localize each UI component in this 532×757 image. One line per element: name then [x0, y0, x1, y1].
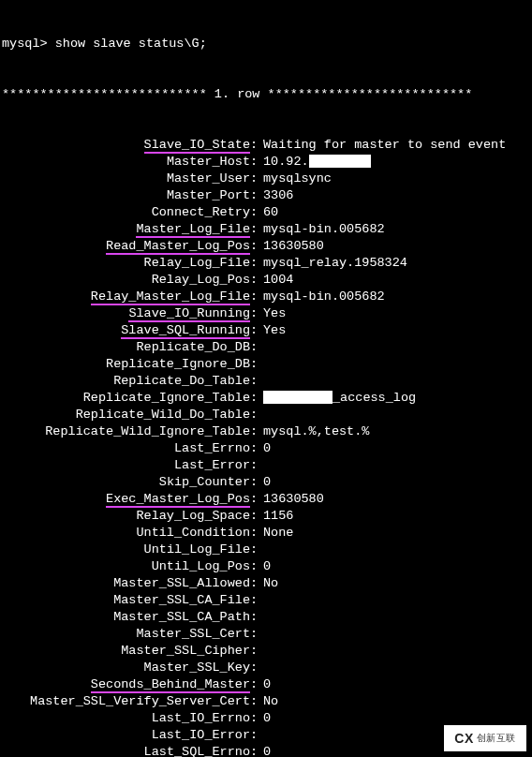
status-value: None: [259, 525, 293, 542]
status-label: Seconds_Behind_Master: [2, 676, 250, 693]
status-label: Relay_Log_File: [2, 255, 250, 272]
prompt-line: mysql> show slave status\G;: [2, 36, 530, 52]
status-value: [259, 457, 263, 474]
redacted-block: [309, 155, 371, 168]
status-label: Replicate_Ignore_Table: [2, 390, 250, 407]
status-value: 0: [259, 558, 271, 575]
status-label: Until_Log_Pos: [2, 558, 250, 575]
status-label: Last_Errno: [2, 440, 250, 457]
status-row: Slave_SQL_Running:Yes: [2, 322, 530, 339]
colon: :: [250, 558, 259, 575]
status-row: Master_SSL_Verify_Server_Cert:No: [2, 693, 530, 710]
status-label: Until_Log_File: [2, 542, 250, 558]
status-value: [259, 592, 263, 609]
colon: :: [250, 272, 259, 289]
status-row: Replicate_Do_Table:: [2, 373, 530, 390]
status-value: [259, 660, 263, 676]
status-value: 13630580: [259, 491, 324, 508]
status-row: Master_SSL_CA_File:: [2, 592, 530, 609]
colon: :: [250, 221, 259, 238]
colon: :: [250, 440, 259, 457]
status-value: 60: [259, 204, 278, 221]
redacted-block: [263, 391, 332, 404]
status-row: Slave_IO_Running:Yes: [2, 305, 530, 322]
status-label: Replicate_Wild_Ignore_Table: [2, 423, 250, 440]
status-row: Slave_IO_State:Waiting for master to sen…: [2, 137, 530, 154]
status-label: Slave_IO_Running: [2, 305, 250, 322]
status-row: Replicate_Ignore_Table:_access_log: [2, 390, 530, 407]
status-label: Until_Condition: [2, 525, 250, 542]
status-row: Relay_Log_Space:1156: [2, 508, 530, 525]
status-value: [259, 643, 263, 660]
status-label: Slave_SQL_Running: [2, 322, 250, 339]
colon: :: [250, 491, 259, 508]
status-label: Relay_Log_Pos: [2, 272, 250, 289]
status-value: Waiting for master to send event: [259, 137, 506, 154]
watermark-logo: CX 创新互联: [444, 725, 526, 751]
status-row: Master_SSL_Key:: [2, 660, 530, 676]
status-label: Relay_Master_Log_File: [2, 289, 250, 305]
status-label: Skip_Counter: [2, 474, 250, 491]
status-value: [259, 727, 263, 744]
status-row: Master_Port:3306: [2, 187, 530, 204]
colon: :: [250, 474, 259, 491]
status-value: Yes: [259, 322, 286, 339]
status-label: Master_SSL_Verify_Server_Cert: [2, 693, 250, 710]
colon: :: [250, 407, 259, 423]
colon: :: [250, 423, 259, 440]
status-row: Replicate_Do_DB:: [2, 339, 530, 356]
colon: :: [250, 305, 259, 322]
status-label: Connect_Retry: [2, 204, 250, 221]
watermark-cx: CX: [454, 730, 473, 747]
colon: :: [250, 676, 259, 693]
status-label: Master_SSL_Cert: [2, 626, 250, 643]
status-label: Master_SSL_Allowed: [2, 575, 250, 592]
status-value: [259, 339, 263, 356]
status-label: Last_IO_Errno: [2, 710, 250, 727]
status-row: Exec_Master_Log_Pos:13630580: [2, 491, 530, 508]
status-label: Last_SQL_Errno: [2, 744, 250, 757]
status-value: _access_log: [259, 390, 416, 407]
colon: :: [250, 710, 259, 727]
status-value: mysql-bin.005682: [259, 221, 385, 238]
colon: :: [250, 626, 259, 643]
status-row: Connect_Retry:60: [2, 204, 530, 221]
colon: :: [250, 508, 259, 525]
status-label: Master_Host: [2, 154, 250, 171]
status-value: 0: [259, 744, 271, 757]
colon: :: [250, 238, 259, 255]
status-row: Master_SSL_Cert:: [2, 626, 530, 643]
status-label: Master_SSL_Key: [2, 660, 250, 676]
status-value: [259, 626, 263, 643]
status-label: Master_Port: [2, 187, 250, 204]
status-label: Read_Master_Log_Pos: [2, 238, 250, 255]
colon: :: [250, 643, 259, 660]
status-row: Until_Condition:None: [2, 525, 530, 542]
status-label: Master_SSL_CA_File: [2, 592, 250, 609]
watermark-text: 创新互联: [477, 730, 516, 747]
colon: :: [250, 373, 259, 390]
status-row: Read_Master_Log_Pos:13630580: [2, 238, 530, 255]
status-row: Last_Error:: [2, 457, 530, 474]
status-label: Replicate_Ignore_DB: [2, 356, 250, 373]
colon: :: [250, 322, 259, 339]
status-label: Last_IO_Error: [2, 727, 250, 744]
status-row: Seconds_Behind_Master:0: [2, 676, 530, 693]
status-value: 1004: [259, 272, 293, 289]
colon: :: [250, 339, 259, 356]
status-row: Master_Host:10.92.: [2, 154, 530, 171]
colon: :: [250, 744, 259, 757]
colon: :: [250, 457, 259, 474]
status-row: Master_SSL_Cipher:: [2, 643, 530, 660]
status-label: Master_SSL_Cipher: [2, 643, 250, 660]
status-value: [259, 542, 263, 558]
status-value: 0: [259, 676, 271, 693]
status-label: Last_Error: [2, 457, 250, 474]
colon: :: [250, 727, 259, 744]
status-value: mysqlsync: [259, 171, 332, 187]
colon: :: [250, 171, 259, 187]
status-value: 13630580: [259, 238, 324, 255]
colon: :: [250, 542, 259, 558]
status-label: Slave_IO_State: [2, 137, 250, 154]
colon: :: [250, 187, 259, 204]
